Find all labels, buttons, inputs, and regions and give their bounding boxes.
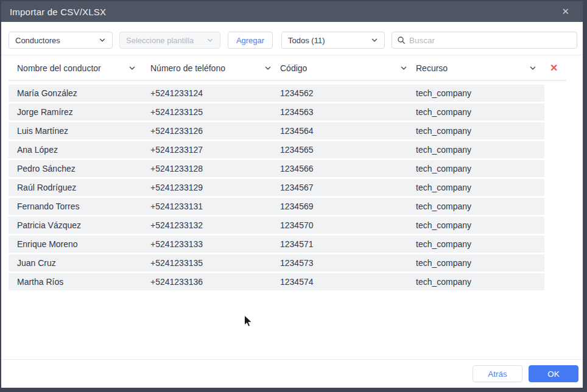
column-select-resource[interactable]: Recurso — [416, 63, 545, 73]
table-row: Pedro Sánchez +5241233128 1234566 tech_c… — [9, 160, 544, 177]
cell-phone: +5241233136 — [150, 277, 280, 287]
cell-resource: tech_company — [416, 88, 471, 98]
cell-resource: tech_company — [416, 183, 471, 192]
filter-select[interactable]: Todos (11) — [281, 32, 385, 49]
cell-code: 1234564 — [280, 126, 416, 136]
cell-driver-name: Pedro Sánchez — [17, 164, 150, 173]
table-row: María González +5241233124 1234562 tech_… — [9, 85, 544, 102]
cell-code: 1234573 — [280, 258, 416, 268]
search-placeholder: Buscar — [409, 36, 435, 45]
chevron-down-icon — [128, 65, 136, 72]
template-select: Seleccione plantilla — [119, 32, 220, 49]
entity-type-value: Conductores — [15, 36, 60, 45]
cell-driver-name: Jorge Ramírez — [17, 107, 150, 117]
cell-phone: +5241233133 — [150, 239, 280, 249]
cell-phone: +5241233135 — [150, 258, 280, 268]
cell-resource: tech_company — [416, 145, 471, 155]
filter-value: Todos (11) — [288, 36, 325, 45]
table-row: Luis Martínez +5241233126 1234564 tech_c… — [9, 122, 544, 139]
cell-resource: tech_company — [416, 164, 471, 173]
column-label: Nombre del conductor — [17, 63, 101, 73]
cell-driver-name: Patricia Vázquez — [17, 220, 150, 230]
chevron-down-icon — [99, 37, 106, 44]
column-select-code[interactable]: Código — [280, 63, 416, 73]
cell-phone: +5241233124 — [150, 88, 280, 98]
cell-phone: +5241233131 — [150, 201, 280, 211]
cell-phone: +5241233126 — [150, 126, 280, 136]
remove-column-icon[interactable]: ✕ — [550, 63, 558, 73]
entity-type-select[interactable]: Conductores — [9, 32, 113, 49]
column-label: Número de teléfono — [150, 63, 225, 73]
cell-phone: +5241233127 — [150, 145, 280, 155]
column-label: Código — [280, 63, 307, 73]
table-body: María González +5241233124 1234562 tech_… — [1, 81, 583, 359]
cell-phone: +5241233132 — [150, 220, 280, 230]
cell-code: 1234565 — [280, 145, 416, 155]
column-label: Recurso — [416, 63, 448, 73]
add-button[interactable]: Agregar — [228, 32, 273, 49]
table-row: Fernando Torres +5241233131 1234569 tech… — [9, 198, 544, 215]
cell-code: 1234571 — [280, 239, 416, 249]
template-placeholder: Seleccione plantilla — [126, 36, 194, 45]
toolbar: Conductores Seleccione plantilla Agregar… — [1, 22, 583, 55]
cell-resource: tech_company — [416, 239, 471, 249]
dialog-title: Importar de CSV/XLSX — [10, 7, 558, 17]
table-row: Jorge Ramírez +5241233125 1234563 tech_c… — [9, 103, 544, 121]
chevron-down-icon — [400, 65, 407, 72]
cell-code: 1234567 — [280, 183, 416, 192]
cell-code: 1234569 — [280, 201, 416, 211]
chevron-down-icon — [206, 37, 214, 44]
cell-resource: tech_company — [416, 220, 471, 230]
search-icon — [397, 36, 406, 44]
table-row: Patricia Vázquez +5241233132 1234570 tec… — [9, 217, 544, 234]
table-row: Raúl Rodríguez +5241233129 1234567 tech_… — [9, 179, 544, 196]
cell-resource: tech_company — [416, 126, 471, 136]
table-row: Enrique Moreno +5241233133 1234571 tech_… — [9, 236, 544, 253]
dialog-footer: Atrás OK — [1, 359, 583, 388]
dialog-titlebar: Importar de CSV/XLSX ✕ — [1, 1, 583, 22]
back-button-label: Atrás — [488, 369, 507, 379]
ok-button-label: OK — [547, 369, 560, 379]
search-input[interactable]: Buscar — [392, 32, 577, 49]
import-csv-dialog: Importar de CSV/XLSX ✕ Conductores Selec… — [1, 1, 583, 388]
cell-phone: +5241233128 — [150, 164, 280, 173]
column-select-driver-name[interactable]: Nombre del conductor — [17, 63, 150, 73]
cell-code: 1234570 — [280, 220, 416, 230]
cell-resource: tech_company — [416, 107, 471, 117]
table-row: Martha Ríos +5241233136 1234574 tech_com… — [9, 273, 544, 290]
column-select-phone[interactable]: Número de teléfono — [150, 63, 280, 73]
cell-driver-name: Ana López — [17, 145, 150, 155]
cell-code: 1234574 — [280, 277, 416, 287]
table-row: Juan Cruz +5241233135 1234573 tech_compa… — [9, 254, 544, 271]
chevron-down-icon — [529, 65, 536, 72]
table-row: Ana López +5241233127 1234565 tech_compa… — [9, 141, 544, 158]
cell-driver-name: Martha Ríos — [17, 277, 150, 287]
table-header: Nombre del conductor Número de teléfono … — [9, 55, 566, 81]
ok-button[interactable]: OK — [529, 365, 578, 382]
cell-driver-name: Enrique Moreno — [17, 239, 150, 249]
cell-driver-name: Juan Cruz — [17, 258, 150, 268]
chevron-down-icon — [264, 65, 272, 72]
cell-code: 1234566 — [280, 164, 416, 173]
cell-resource: tech_company — [416, 258, 471, 268]
add-button-label: Agregar — [236, 36, 264, 45]
cell-phone: +5241233125 — [150, 107, 280, 117]
cell-code: 1234563 — [280, 107, 416, 117]
cell-driver-name: Raúl Rodríguez — [17, 183, 150, 192]
back-button[interactable]: Atrás — [473, 365, 522, 382]
cell-driver-name: María González — [17, 88, 150, 98]
cell-code: 1234562 — [280, 88, 416, 98]
cell-phone: +5241233129 — [150, 183, 280, 192]
cell-driver-name: Fernando Torres — [17, 201, 150, 211]
cell-resource: tech_company — [416, 277, 471, 287]
cell-driver-name: Luis Martínez — [17, 126, 150, 136]
cell-resource: tech_company — [416, 201, 471, 211]
close-icon[interactable]: ✕ — [558, 5, 573, 18]
chevron-down-icon — [371, 37, 378, 44]
